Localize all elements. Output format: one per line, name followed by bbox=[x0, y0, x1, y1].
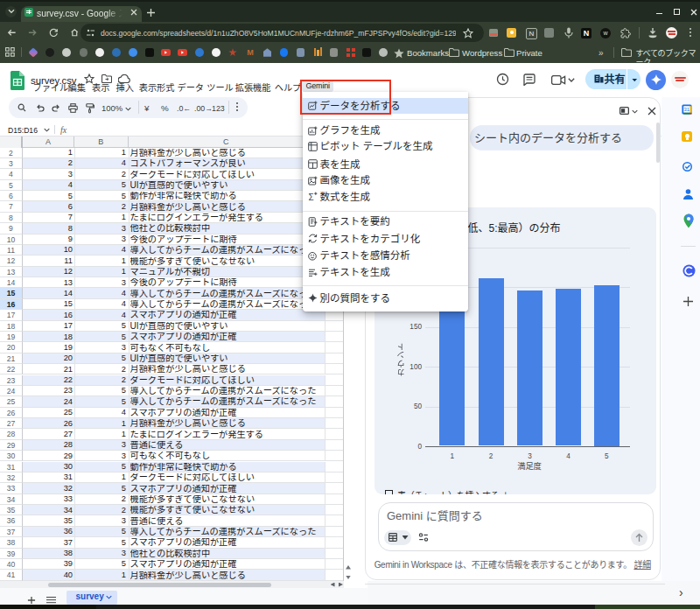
svg-text:1: 1 bbox=[309, 142, 311, 145]
svg-text:Σ: Σ bbox=[309, 192, 314, 202]
svg-text:31: 31 bbox=[683, 107, 690, 112]
